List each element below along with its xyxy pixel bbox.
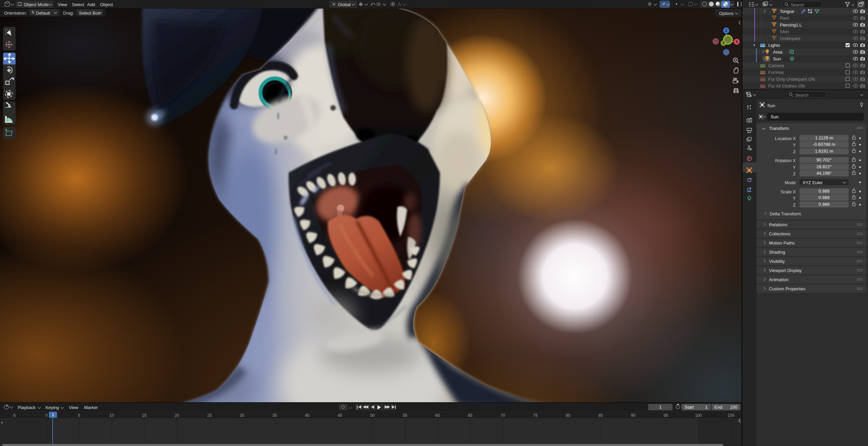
svg-text:Y: Y <box>722 41 725 45</box>
svg-text:Z: Z <box>725 29 727 33</box>
svg-text:X: X <box>736 40 738 44</box>
